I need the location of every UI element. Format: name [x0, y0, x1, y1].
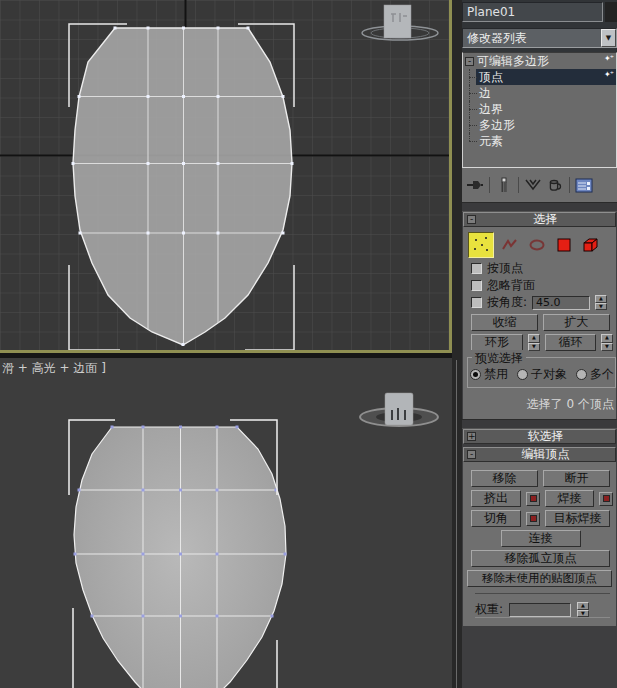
group-label: 预览选择	[472, 350, 526, 367]
loop-button[interactable]: 循环	[545, 334, 596, 351]
collapse-minus-icon[interactable]: -	[467, 450, 476, 459]
stack-item-label: 边界	[479, 101, 503, 118]
by-angle-option: 按角度: ▲▼	[463, 294, 616, 311]
modifier-stack: - 可编辑多边形 ✦⁺ 顶点 ✦⁺ 边 边界 多边形 元素	[462, 52, 617, 168]
preview-selection-radios: 禁用 子对象 多个	[470, 366, 615, 383]
radio-label: 子对象	[531, 366, 567, 383]
stack-item-label: 元素	[479, 133, 503, 150]
by-angle-input[interactable]	[532, 296, 590, 310]
sparkle-icon: ✦⁺	[604, 70, 613, 79]
viewport-top-canvas	[0, 0, 452, 353]
remove-button[interactable]: 移除	[471, 470, 538, 487]
selection-status-text: 选择了 0 个顶点	[463, 388, 616, 415]
extrude-settings-button[interactable]	[526, 492, 540, 506]
chamfer-button[interactable]: 切角	[471, 510, 521, 527]
vertex-dots	[470, 234, 492, 256]
viewport-bottom-canvas	[0, 358, 452, 688]
remove-unused-map-verts-button[interactable]: 移除未使用的贴图顶点	[467, 570, 612, 587]
command-panel: Plane01 修改器列表 ▼ - 可编辑多边形 ✦⁺ 顶点 ✦⁺ 边	[462, 0, 617, 688]
stack-item-label: 边	[479, 85, 491, 102]
subobject-icon-row	[463, 230, 616, 260]
configure-modifier-sets-icon[interactable]	[573, 175, 595, 195]
checkbox-label: 按角度:	[487, 294, 527, 311]
panel-gutter	[452, 0, 462, 688]
radio-multiple[interactable]	[576, 369, 587, 380]
checkbox-label: 按顶点	[487, 260, 523, 277]
weld-settings-button[interactable]	[599, 492, 613, 506]
ring-spinner[interactable]: ▲▼	[528, 334, 540, 351]
modifier-list-label: 修改器列表	[463, 30, 601, 47]
radio-off[interactable]	[470, 369, 481, 380]
weight-label: 权重:	[475, 601, 503, 618]
rollout-title: 选择	[476, 211, 615, 228]
collapse-minus-icon[interactable]: -	[467, 215, 476, 224]
remove-isolated-vertices-button[interactable]: 移除孤立顶点	[471, 550, 610, 567]
modifier-list-dropdown[interactable]: 修改器列表 ▼	[462, 28, 617, 48]
by-vertex-option: 按顶点	[463, 260, 616, 277]
rollout-edit-vertices-body: 移除 断开 挤出 焊接 切角 目标焊接 连接 移除孤立顶点 移除未使用	[463, 462, 616, 626]
stack-item-label: 多边形	[479, 117, 515, 134]
target-weld-button[interactable]: 目标焊接	[545, 510, 610, 527]
object-name-field[interactable]: Plane01	[462, 2, 603, 22]
radio-subobject[interactable]	[517, 369, 528, 380]
by-angle-checkbox[interactable]	[471, 297, 482, 308]
element-mode-icon[interactable]	[580, 235, 602, 255]
remove-modifier-icon[interactable]	[544, 175, 566, 195]
edge-mode-icon[interactable]	[499, 235, 521, 255]
viewport-top[interactable]	[0, 0, 452, 353]
radio-label: 禁用	[484, 366, 508, 383]
rollout-title: 编辑顶点	[476, 446, 615, 463]
weight-row: 权重: ▲▼	[475, 593, 610, 618]
stack-item-edge[interactable]: 边	[463, 85, 616, 101]
chevron-down-icon[interactable]: ▼	[601, 29, 616, 47]
ignore-backfacing-option: 忽略背面	[463, 277, 616, 294]
break-button[interactable]: 断开	[543, 470, 610, 487]
border-mode-icon[interactable]	[526, 235, 548, 255]
pin-stack-icon[interactable]	[464, 175, 486, 195]
by-angle-spinner[interactable]: ▲▼	[595, 295, 607, 310]
expand-plus-icon[interactable]: +	[467, 432, 476, 441]
stack-item-editable-poly[interactable]: - 可编辑多边形 ✦⁺	[463, 53, 616, 69]
sparkle-icon: ✦⁺	[604, 54, 613, 63]
rollout-title: 软选择	[476, 428, 615, 445]
rollout-selection-header[interactable]: - 选择	[463, 212, 616, 227]
vertex-mode-icon[interactable]	[468, 232, 494, 258]
ignore-backfacing-checkbox[interactable]	[471, 280, 482, 291]
shrink-button[interactable]: 收缩	[471, 314, 538, 331]
stack-item-label: 可编辑多边形	[477, 53, 549, 70]
rollout-soft-selection-header[interactable]: + 软选择	[463, 429, 616, 444]
weight-input[interactable]	[509, 603, 571, 617]
show-end-result-icon[interactable]	[493, 175, 515, 195]
viewport-bottom[interactable]: 滑 + 高光 + 边面 ]	[0, 358, 452, 688]
stack-item-element[interactable]: 元素	[463, 133, 616, 149]
weld-button[interactable]: 焊接	[545, 490, 594, 507]
checkbox-label: 忽略背面	[487, 277, 535, 294]
connect-button[interactable]: 连接	[501, 530, 581, 547]
polygon-mode-icon[interactable]	[553, 235, 575, 255]
stack-item-border[interactable]: 边界	[463, 101, 616, 117]
object-color-swatch[interactable]	[605, 2, 617, 22]
3dsmax-window: 滑 + 高光 + 边面 ] Plane01 修改器列表 ▼ - 可编辑多边形 ✦…	[0, 0, 617, 688]
stack-item-label: 顶点	[479, 69, 503, 86]
stack-item-vertex[interactable]: 顶点 ✦⁺	[463, 69, 616, 85]
by-vertex-checkbox[interactable]	[471, 263, 482, 274]
chamfer-settings-button[interactable]	[526, 512, 540, 526]
grow-button[interactable]: 扩大	[543, 314, 610, 331]
viewport-shading-label[interactable]: 滑 + 高光 + 边面 ]	[2, 360, 106, 377]
collapse-minus-icon[interactable]: -	[465, 57, 474, 66]
radio-label: 多个	[590, 366, 614, 383]
preview-selection-group: 预览选择 禁用 子对象 多个	[467, 357, 616, 388]
loop-spinner[interactable]: ▲▼	[601, 334, 613, 351]
rollout-edit-vertices-header[interactable]: - 编辑顶点	[463, 447, 616, 462]
weight-spinner[interactable]: ▲▼	[577, 602, 589, 617]
panel-top: Plane01 修改器列表 ▼	[462, 0, 617, 52]
stack-item-polygon[interactable]: 多边形	[463, 117, 616, 133]
make-unique-icon[interactable]	[522, 175, 544, 195]
rollout-selection-body: 按顶点 忽略背面 按角度: ▲▼ 收缩 扩大 环形 ▲▼ 循环 ▲▼	[463, 227, 616, 419]
extrude-button[interactable]: 挤出	[471, 490, 521, 507]
ring-button[interactable]: 环形	[471, 334, 523, 351]
stack-toolbar	[462, 168, 617, 202]
